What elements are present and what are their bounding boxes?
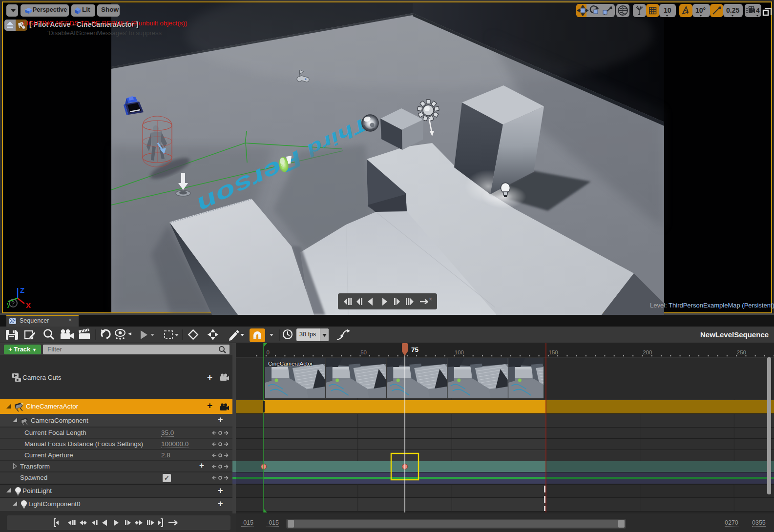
svg-text:4: 4 (756, 7, 760, 14)
svg-text:75: 75 (411, 346, 419, 353)
svg-text:100: 100 (455, 349, 464, 355)
svg-text:10°: 10° (695, 6, 706, 14)
svg-text:0.25: 0.25 (726, 6, 739, 14)
svg-text:CineCameraActor: CineCameraActor (268, 361, 313, 367)
svg-text:y: y (7, 301, 11, 308)
svg-text:?: ? (11, 300, 15, 307)
svg-text:50: 50 (360, 349, 367, 355)
svg-text:200: 200 (643, 349, 652, 355)
svg-text:Z: Z (20, 286, 24, 294)
svg-text:X: X (26, 301, 31, 309)
svg-text:0: 0 (267, 349, 270, 355)
svg-text:150: 150 (549, 349, 558, 355)
svg-text:250: 250 (737, 349, 746, 355)
svg-text:10: 10 (664, 6, 671, 14)
